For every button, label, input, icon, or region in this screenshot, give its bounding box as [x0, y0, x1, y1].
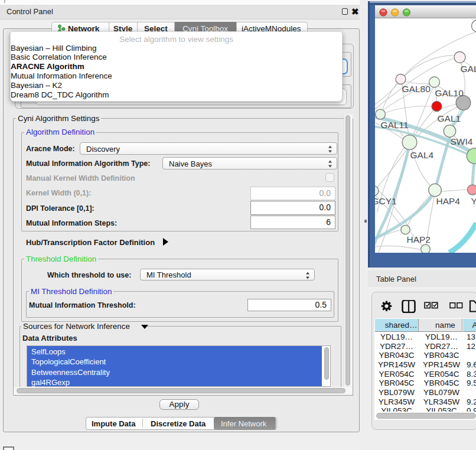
svg-text:HAP4: HAP4: [436, 196, 460, 206]
svg-text:GAL10: GAL10: [435, 88, 464, 98]
svg-text:YD: YD: [471, 196, 476, 206]
svg-text:GAL7: GAL7: [460, 64, 476, 74]
svg-text:GAL4: GAL4: [410, 150, 433, 160]
svg-text:GAL1: GAL1: [437, 113, 461, 123]
svg-text:GCY1: GCY1: [375, 196, 397, 206]
svg-text:HAP2: HAP2: [406, 234, 431, 244]
svg-text:GAL80: GAL80: [402, 84, 431, 94]
svg-text:GAL11: GAL11: [380, 120, 408, 130]
svg-text:SWI4: SWI4: [450, 136, 472, 146]
